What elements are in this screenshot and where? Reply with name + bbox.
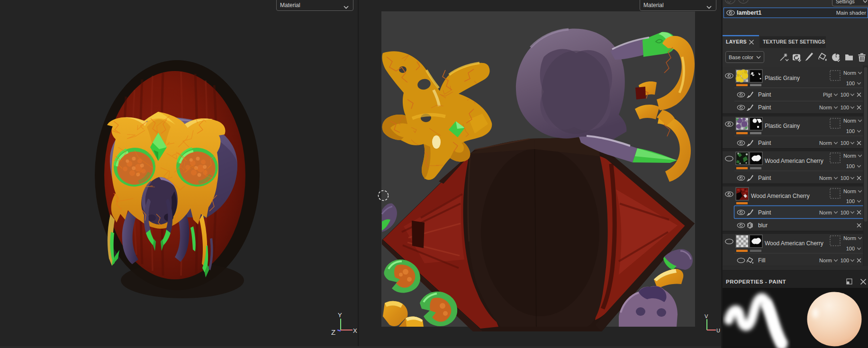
svg-text:lambert1: lambert1: [737, 9, 761, 16]
svg-text:Norm: Norm: [819, 175, 832, 181]
svg-text:100: 100: [841, 140, 849, 146]
svg-text:Settings: Settings: [836, 0, 855, 4]
svg-text:Plastic Grainy: Plastic Grainy: [765, 123, 800, 129]
svg-text:Norm: Norm: [843, 118, 856, 124]
svg-text:Norm: Norm: [819, 105, 832, 110]
svg-text:100: 100: [841, 258, 849, 263]
svg-text:100: 100: [841, 175, 849, 181]
svg-text:Paint: Paint: [758, 209, 771, 216]
svg-text:Y: Y: [338, 312, 342, 319]
svg-text:Wood American Cherry: Wood American Cherry: [765, 158, 823, 164]
svg-text:100: 100: [846, 198, 855, 204]
svg-text:100: 100: [846, 80, 855, 86]
svg-text:100: 100: [846, 163, 855, 169]
svg-text:X: X: [353, 327, 357, 334]
svg-text:Norm: Norm: [843, 70, 856, 76]
svg-text:100: 100: [841, 92, 849, 98]
svg-text:Z: Z: [331, 328, 335, 336]
svg-text:Norm: Norm: [819, 258, 832, 263]
svg-text:Paint: Paint: [758, 91, 771, 98]
svg-text:Wood American Cherry: Wood American Cherry: [765, 240, 823, 247]
svg-text:Fill: Fill: [758, 257, 765, 264]
svg-text:Norm: Norm: [843, 235, 856, 241]
svg-text:Norm: Norm: [819, 210, 832, 215]
svg-text:Plgt: Plgt: [823, 92, 832, 98]
svg-text:Base color: Base color: [729, 54, 753, 60]
svg-text:PROPERTIES - PAINT: PROPERTIES - PAINT: [726, 279, 786, 285]
svg-text:LAYERS: LAYERS: [726, 39, 747, 45]
svg-text:100: 100: [846, 128, 855, 134]
svg-text:Paint: Paint: [758, 175, 771, 181]
svg-text:Norm: Norm: [843, 153, 856, 159]
svg-text:Plastic Grainy: Plastic Grainy: [765, 75, 800, 81]
svg-text:100: 100: [846, 246, 855, 251]
svg-text:Main shader: Main shader: [836, 10, 866, 16]
svg-text:V: V: [705, 313, 708, 319]
svg-text:Paint: Paint: [758, 104, 771, 111]
svg-text:Wood American Cherry: Wood American Cherry: [751, 193, 810, 199]
svg-text:Norm: Norm: [819, 140, 832, 146]
svg-text:Paint: Paint: [758, 140, 771, 146]
svg-text:100: 100: [841, 105, 849, 110]
svg-text:blur: blur: [758, 222, 768, 229]
svg-text:100: 100: [841, 210, 849, 215]
svg-text:Norm: Norm: [843, 188, 856, 194]
svg-text:U: U: [716, 328, 720, 333]
svg-text:TEXTURE SET SETTINGS: TEXTURE SET SETTINGS: [763, 39, 825, 45]
